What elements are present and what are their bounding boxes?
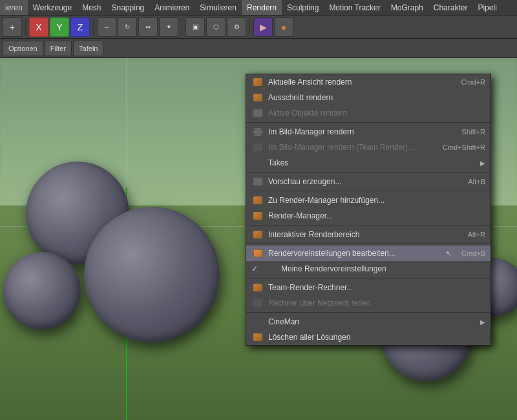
menu-label: Ausschnitt rendern: [268, 93, 475, 102]
menu-shortcut: Alt+B: [468, 178, 485, 185]
trr-icon: [251, 282, 264, 293]
sphere-small-left: [3, 252, 81, 330]
transform-btn[interactable]: ↔: [97, 17, 116, 37]
render-view-btn[interactable]: ▶: [253, 17, 273, 37]
menu-label: Meine Rendervoreinstellungen: [281, 264, 485, 273]
divider-5: [246, 244, 491, 244]
menu-rendervoreinstellungen[interactable]: Rendervoreinstellungen bearbeiten... Cmd…: [246, 246, 491, 261]
takes-icon: [251, 158, 264, 168]
free-btn[interactable]: ✦: [159, 17, 178, 37]
render-icon: [251, 77, 264, 87]
filter-btn[interactable]: Filter: [45, 41, 72, 56]
menu-rechner-netzwerk[interactable]: Rechner über Netzwerk teilen: [246, 295, 491, 311]
mrv-icon: [264, 264, 277, 274]
menu-item-werkzeuge[interactable]: Werkzeuge: [28, 0, 77, 15]
menu-team-render[interactable]: Team-Render-Rechner...: [246, 280, 491, 295]
divider-3: [246, 191, 491, 191]
submenu-arrow: ▶: [480, 160, 485, 167]
menu-label: Im Bild-Manager rendern: [268, 127, 452, 136]
rv-icon: [251, 248, 264, 258]
menu-label: Interaktiver Renderbereich: [268, 230, 458, 239]
menu-label: Zu Render-Manager hinzufügen...: [268, 196, 485, 205]
cm-icon: [251, 317, 264, 327]
rotate-btn[interactable]: ↻: [118, 17, 137, 37]
sep1: [25, 19, 26, 35]
menu-label: Im Bild-Manager rendern (Team Render)...: [268, 143, 432, 152]
menu-item-animieren[interactable]: Animieren: [149, 0, 195, 15]
film-icon: [251, 127, 264, 137]
menu-takes[interactable]: Takes ▶: [246, 155, 491, 171]
menu-item-mesh[interactable]: Mesh: [77, 0, 106, 15]
divider-4: [246, 225, 491, 226]
divider-7: [246, 312, 491, 313]
box-btn[interactable]: ▣: [185, 17, 205, 37]
submenu-arrow-2: ▶: [480, 319, 485, 326]
new-button[interactable]: +: [3, 17, 22, 37]
sep3: [182, 19, 182, 35]
menu-render-manager[interactable]: Render-Manager...: [246, 208, 491, 224]
divider-6: [246, 278, 491, 278]
menu-item-snapping[interactable]: Snapping: [107, 0, 150, 15]
toolbar: + X Y Z ↔ ↻ ⇔ ✦ ▣ ⬡ ⚙ ▶ ●: [0, 16, 517, 39]
z-axis-btn[interactable]: Z: [70, 17, 90, 37]
cyl-btn[interactable]: ⬡: [206, 17, 226, 37]
render-icon-2: [251, 92, 264, 103]
menu-item-ieren[interactable]: ieren: [0, 0, 28, 15]
y-axis-btn[interactable]: Y: [50, 17, 69, 37]
menu-item-pipeli[interactable]: Pipeli: [472, 0, 501, 15]
x-axis-btn[interactable]: X: [29, 17, 48, 37]
menu-shortcut: Shift+R: [462, 128, 485, 136]
menu-shortcut: Cmd+R: [461, 78, 485, 86]
settings-btn[interactable]: ⚙: [227, 17, 246, 37]
sep4: [249, 19, 250, 35]
menu-aktuelle-ansicht[interactable]: Aktuelle Ansicht rendern Cmd+R: [246, 74, 491, 90]
del-icon: [251, 332, 264, 342]
rn-icon: [251, 298, 264, 308]
menu-label: Löschen aller Lösungen: [268, 333, 485, 342]
menu-label: CineMan: [268, 317, 475, 326]
menu-aktive-objekte[interactable]: Aktive Objekte rendern: [246, 105, 491, 121]
menu-label: Takes: [268, 158, 475, 167]
film-icon-2: [251, 142, 264, 152]
menu-item-sculpting[interactable]: Sculpting: [282, 0, 324, 15]
menu-bild-manager[interactable]: Im Bild-Manager rendern Shift+R: [246, 124, 491, 140]
rendern-dropdown: Aktuelle Ansicht rendern Cmd+R Ausschnit…: [246, 74, 491, 346]
tafeln-btn[interactable]: Tafeln: [73, 41, 103, 56]
render-btn[interactable]: ●: [274, 17, 293, 37]
render-icon-3: [251, 108, 264, 118]
menu-meine-rv[interactable]: ✓ Meine Rendervoreinstellungen: [246, 261, 491, 277]
menu-bild-manager-team[interactable]: Im Bild-Manager rendern (Team Render)...…: [246, 140, 491, 155]
menu-label: Vorschau erzeugen...: [268, 177, 458, 186]
toolbar2: Optionen Filter Tafeln: [0, 39, 517, 58]
cursor-icon: ↖: [446, 249, 452, 258]
divider-2: [246, 172, 491, 173]
menu-interaktiver[interactable]: Interaktiver Renderbereich Alt+R: [246, 227, 491, 242]
menu-rm-hinzufuegen[interactable]: Zu Render-Manager hinzufügen...: [246, 193, 491, 208]
sphere-large-center: [84, 207, 220, 342]
menu-loeschen[interactable]: Löschen aller Lösungen: [246, 330, 491, 345]
menu-vorschau[interactable]: Vorschau erzeugen... Alt+B: [246, 174, 491, 189]
preview-icon: [251, 176, 264, 187]
menu-label: Aktuelle Ansicht rendern: [268, 78, 450, 87]
menu-ausschnitt[interactable]: Ausschnitt rendern: [246, 90, 491, 105]
menu-label: Aktive Objekte rendern: [268, 109, 485, 118]
irb-icon: [251, 229, 264, 240]
optionen-btn[interactable]: Optionen: [3, 41, 43, 56]
menu-label: Team-Render-Rechner...: [268, 283, 485, 292]
menu-label: Rendervoreinstellungen bearbeiten...: [268, 249, 451, 258]
menu-cineman[interactable]: CineMan ▶: [246, 314, 491, 330]
checkmark-icon: ✓: [251, 264, 262, 273]
menu-shortcut: Cmd+Shift+R: [443, 143, 485, 151]
sep2: [93, 19, 94, 35]
menu-item-charakter[interactable]: Charakter: [428, 0, 473, 15]
menu-item-rendern[interactable]: Rendern: [242, 0, 282, 15]
rm-icon-2: [251, 211, 264, 221]
menu-item-motion-tracker[interactable]: Motion Tracker: [324, 0, 385, 15]
rm-icon: [251, 195, 264, 205]
scale-btn[interactable]: ⇔: [138, 17, 158, 37]
menu-shortcut: Alt+R: [468, 231, 485, 238]
menu-shortcut: Cmd+B: [461, 249, 485, 257]
menu-item-mograph[interactable]: MoGraph: [386, 0, 428, 15]
menu-item-simulieren[interactable]: Simulieren: [195, 0, 242, 15]
menu-bar: ieren Werkzeuge Mesh Snapping Animieren …: [0, 0, 517, 16]
